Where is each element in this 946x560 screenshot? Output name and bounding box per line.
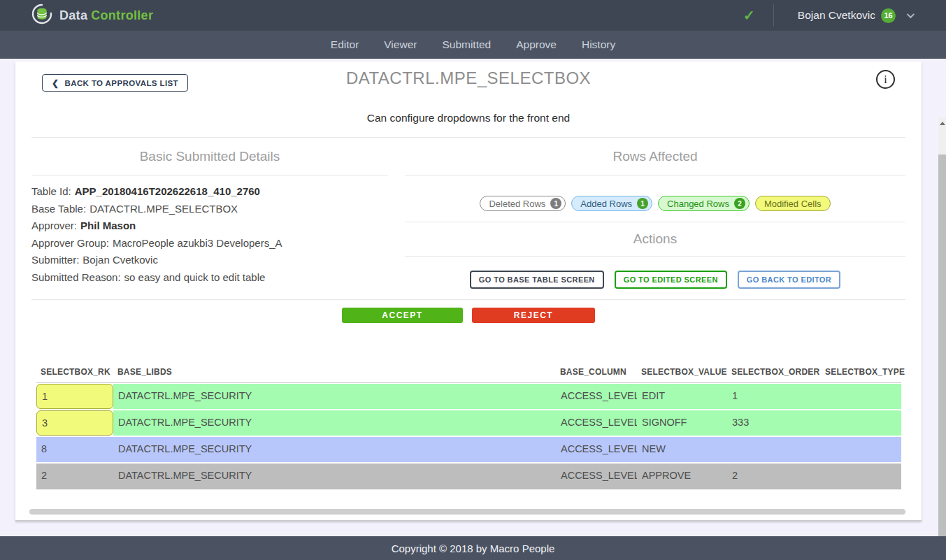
copyright-text: Copyright © 2018 by Macro People <box>392 543 555 554</box>
added-rows-count: 1 <box>637 198 648 209</box>
table-cell <box>821 464 901 489</box>
table-cell <box>821 410 901 436</box>
nav-item-editor[interactable]: Editor <box>331 38 359 51</box>
header-divider <box>773 4 774 27</box>
table-cell: 333 <box>727 410 821 436</box>
go-to-edited-screen-button[interactable]: GO TO EDITED SCREEN <box>615 271 727 289</box>
actions-heading: Actions <box>405 222 905 257</box>
detail-panels: Basic Submitted Details Table Id:APP_201… <box>31 138 905 289</box>
vertical-scrollbar[interactable] <box>938 117 946 560</box>
table-cell: DATACTRL.MPE_SECURITY <box>113 410 556 436</box>
user-notification-badge[interactable]: 16 <box>881 8 896 23</box>
table-cell <box>821 384 901 409</box>
rows-affected-heading: Rows Affected <box>405 138 905 176</box>
detail-submitted-reason: Submitted Reason:so easy and quick to ed… <box>31 269 388 287</box>
table-cell: ACCESS_LEVEL <box>556 464 637 489</box>
top-header-bar: DataController ✓ Bojan Cvetkovic 16 <box>0 0 946 31</box>
actions-buttons: GO TO BASE TABLE SCREEN GO TO EDITED SCR… <box>405 257 905 289</box>
column-header-selectbox-rk: SELECTBOX_RK <box>36 367 113 377</box>
accept-button[interactable]: ACCEPT <box>342 308 463 323</box>
table-cell-modified: 1 <box>36 384 113 409</box>
table-cell <box>821 437 901 462</box>
table-cell: SIGNOFF <box>637 410 727 436</box>
detail-table-id: Table Id:APP_20180416T202622618_410_2760 <box>31 183 388 201</box>
detail-approver-group: Approver Group:MacroPeople azukbi3 Devel… <box>31 235 388 252</box>
main-nav: Editor Viewer Submitted Approve History <box>0 31 946 59</box>
changed-rows-pill[interactable]: Changed Rows 2 <box>658 196 750 211</box>
brand-name: DataController <box>59 8 153 23</box>
table-cell-modified: 3 <box>36 410 113 436</box>
deleted-rows-pill[interactable]: Deleted Rows 1 <box>480 196 566 211</box>
added-rows-pill[interactable]: Added Rows 1 <box>571 196 652 211</box>
table-cell: ACCESS_LEVEL <box>556 384 637 409</box>
column-header-selectbox-order: SELECTBOX_ORDER <box>727 367 821 377</box>
changes-table: SELECTBOX_RK BASE_LIBDS BASE_COLUMN SELE… <box>36 361 901 489</box>
database-logo-icon <box>31 3 52 27</box>
table-cell: NEW <box>637 437 727 462</box>
reject-button[interactable]: REJECT <box>472 308 595 323</box>
go-back-to-editor-button[interactable]: GO BACK TO EDITOR <box>738 271 840 289</box>
page-title: DATACTRL.MPE_SELECTBOX <box>15 69 922 88</box>
detail-approver: Approver:Phil Mason <box>31 217 388 235</box>
nav-item-history[interactable]: History <box>582 38 615 51</box>
table-row: 2 DATACTRL.MPE_SECURITY ACCESS_LEVEL APP… <box>36 464 901 489</box>
table-cell: ACCESS_LEVEL <box>556 410 637 436</box>
table-cell: DATACTRL.MPE_SECURITY <box>113 437 556 462</box>
table-cell: 1 <box>727 384 821 409</box>
details-list: Table Id:APP_20180416T202622618_410_2760… <box>31 176 388 286</box>
table-row: 8 DATACTRL.MPE_SECURITY ACCESS_LEVEL NEW <box>36 437 901 462</box>
table-body: 1 DATACTRL.MPE_SECURITY ACCESS_LEVEL EDI… <box>36 382 901 489</box>
table-cell: DATACTRL.MPE_SECURITY <box>113 464 556 489</box>
table-description: Can configure dropdowns for the front en… <box>15 112 922 124</box>
table-header-row: SELECTBOX_RK BASE_LIBDS BASE_COLUMN SELE… <box>36 361 901 382</box>
horizontal-scrollbar[interactable] <box>29 509 905 515</box>
table-row: 3 DATACTRL.MPE_SECURITY ACCESS_LEVEL SIG… <box>36 410 901 436</box>
changed-rows-count: 2 <box>734 198 745 209</box>
approval-detail-card: ❮ BACK TO APPROVALS LIST DATACTRL.MPE_SE… <box>15 62 922 521</box>
table-cell <box>727 437 821 462</box>
table-row: 1 DATACTRL.MPE_SECURITY ACCESS_LEVEL EDI… <box>36 384 901 409</box>
nav-item-approve[interactable]: Approve <box>516 38 557 51</box>
table-cell: 2 <box>36 464 113 489</box>
detail-submitter: Submitter:Bojan Cvetkovic <box>31 252 388 269</box>
table-cell: DATACTRL.MPE_SECURITY <box>113 384 556 409</box>
go-to-base-table-button[interactable]: GO TO BASE TABLE SCREEN <box>470 271 604 289</box>
table-cell: 2 <box>727 464 821 489</box>
basic-details-heading: Basic Submitted Details <box>31 138 388 176</box>
table-bottom-border <box>36 489 901 489</box>
detail-base-table: Base Table:DATACTRL.MPE_SELECTBOX <box>31 201 388 218</box>
main-content-area: ❮ BACK TO APPROVALS LIST DATACTRL.MPE_SE… <box>0 59 946 536</box>
chevron-down-icon[interactable] <box>907 10 915 18</box>
status-check-icon: ✓ <box>743 7 755 24</box>
table-cell: EDIT <box>637 384 727 409</box>
column-header-selectbox-type: SELECTBOX_TYPE <box>821 367 901 377</box>
info-icon[interactable]: i <box>876 70 895 89</box>
table-cell: 8 <box>36 437 113 462</box>
nav-item-submitted[interactable]: Submitted <box>442 38 491 51</box>
table-cell: APPROVE <box>637 464 727 489</box>
deleted-rows-count: 1 <box>550 198 561 209</box>
rows-affected-badges: Deleted Rows 1 Added Rows 1 Changed Rows… <box>405 176 905 222</box>
decision-buttons: ACCEPT REJECT <box>15 308 922 323</box>
modified-cells-pill[interactable]: Modified Cells <box>755 196 831 211</box>
column-header-base-libds: BASE_LIBDS <box>113 367 556 377</box>
section-divider <box>31 299 905 300</box>
scroll-up-icon[interactable] <box>938 119 946 127</box>
column-header-base-column: BASE_COLUMN <box>556 367 637 377</box>
user-menu-name[interactable]: Bojan Cvetkovic <box>798 9 875 22</box>
basic-details-panel: Basic Submitted Details Table Id:APP_201… <box>31 138 388 289</box>
app-logo[interactable]: DataController <box>31 3 153 27</box>
nav-item-viewer[interactable]: Viewer <box>384 38 417 51</box>
footer: Copyright © 2018 by Macro People <box>0 536 946 560</box>
table-cell: ACCESS_LEVEL <box>556 437 637 462</box>
column-header-selectbox-value: SELECTBOX_VALUE <box>637 367 727 377</box>
scrollbar-thumb[interactable] <box>938 155 946 560</box>
rows-affected-panel: Rows Affected Deleted Rows 1 Added Rows … <box>405 138 905 289</box>
